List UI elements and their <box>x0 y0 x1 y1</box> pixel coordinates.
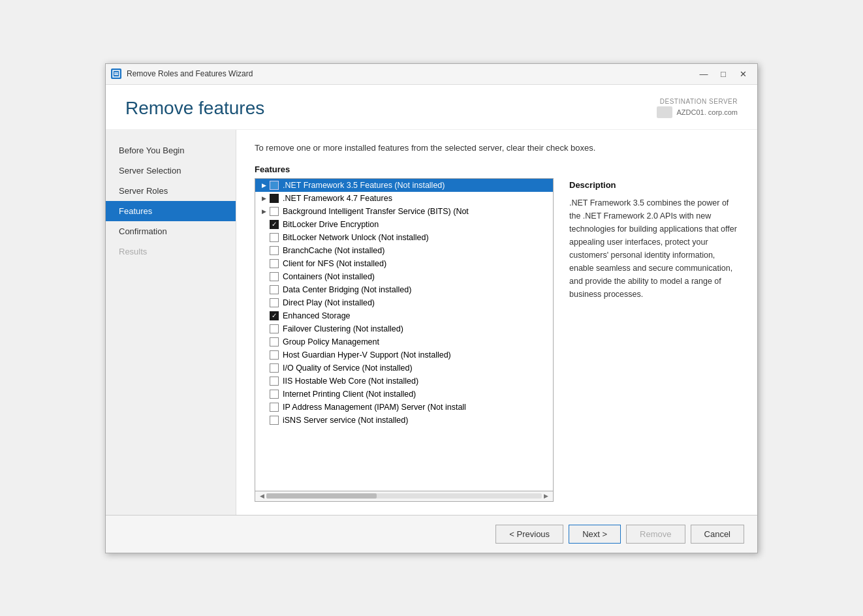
feature-bitlocker-unlock[interactable]: BitLocker Network Unlock (Not installed) <box>255 231 553 244</box>
feature-label: iSNS Server service (Not installed) <box>283 416 549 425</box>
feature-label: Direct Play (Not installed) <box>283 298 549 307</box>
sidebar-item-features[interactable]: Features <box>106 201 236 221</box>
sidebar-item-server-selection[interactable]: Server Selection <box>106 161 236 181</box>
feature-checkbox[interactable] <box>270 246 279 255</box>
description-panel: Description .NET Framework 3.5 combines … <box>569 164 739 502</box>
feature-bitlocker[interactable]: ✓ BitLocker Drive Encryption <box>255 218 553 231</box>
feature-ipam[interactable]: IP Address Management (IPAM) Server (Not… <box>255 401 553 414</box>
feature-label: I/O Quality of Service (Not installed) <box>283 363 549 373</box>
cancel-button[interactable]: Cancel <box>691 525 744 544</box>
scroll-track[interactable] <box>266 493 542 499</box>
server-name: AZDC01. corp.com <box>676 108 738 116</box>
wizard-sidebar: Before You Begin Server Selection Server… <box>106 130 236 515</box>
expander-icon: ▶ <box>259 181 268 190</box>
description-text: .NET Framework 3.5 combines the power of… <box>569 196 739 301</box>
expander-icon: ▶ <box>259 194 268 203</box>
feature-direct-play[interactable]: Direct Play (Not installed) <box>255 296 553 309</box>
feature-label: Containers (Not installed) <box>283 272 549 281</box>
expander-icon <box>259 403 268 412</box>
feature-host-guardian[interactable]: Host Guardian Hyper-V Support (Not insta… <box>255 348 553 362</box>
remove-button[interactable]: Remove <box>626 525 685 544</box>
expander-icon <box>259 337 268 346</box>
svg-rect-1 <box>114 72 118 74</box>
title-bar: Remove Roles and Features Wizard — □ ✕ <box>106 64 757 85</box>
expander-icon <box>259 246 268 255</box>
close-button[interactable]: ✕ <box>734 67 752 80</box>
feature-client-nfs[interactable]: Client for NFS (Not installed) <box>255 257 553 270</box>
expander-icon <box>259 390 268 399</box>
expander-icon <box>259 220 268 229</box>
feature-branchcache[interactable]: BranchCache (Not installed) <box>255 244 553 257</box>
sidebar-item-results: Results <box>106 241 236 262</box>
page-title: Remove features <box>125 98 264 119</box>
feature-label: Failover Clustering (Not installed) <box>283 324 549 333</box>
server-icon <box>657 106 672 118</box>
feature-checkbox[interactable] <box>270 233 279 242</box>
feature-checkbox[interactable] <box>270 181 279 190</box>
features-panel: Features ▶ .NET Framework 3.5 Features (… <box>255 164 554 502</box>
feature-net35[interactable]: ▶ .NET Framework 3.5 Features (Not insta… <box>255 179 553 192</box>
minimize-button[interactable]: — <box>695 67 713 80</box>
feature-label: BitLocker Drive Encryption <box>283 220 549 229</box>
feature-checkbox[interactable] <box>270 324 279 333</box>
scroll-thumb[interactable] <box>266 493 377 499</box>
feature-containers[interactable]: Containers (Not installed) <box>255 270 553 283</box>
feature-checkbox[interactable]: ✓ <box>270 220 279 229</box>
expander-icon <box>259 350 268 360</box>
feature-group-policy[interactable]: Group Policy Management <box>255 335 553 348</box>
feature-checkbox[interactable] <box>270 363 279 373</box>
scroll-left-arrow[interactable]: ◀ <box>258 493 266 499</box>
feature-label: IIS Hostable Web Core (Not installed) <box>283 377 549 386</box>
main-content: To remove one or more installed features… <box>236 130 757 515</box>
feature-checkbox[interactable] <box>270 259 279 268</box>
feature-checkbox[interactable] <box>270 194 279 203</box>
expander-icon <box>259 416 268 425</box>
feature-bits[interactable]: ▶ Background Intelligent Transfer Servic… <box>255 205 553 218</box>
horizontal-scrollbar[interactable]: ◀ ▶ <box>255 491 554 502</box>
sidebar-item-before-you-begin[interactable]: Before You Begin <box>106 140 236 161</box>
feature-isns[interactable]: iSNS Server service (Not installed) <box>255 414 553 427</box>
expander-icon <box>259 298 268 307</box>
scroll-right-arrow[interactable]: ▶ <box>542 493 550 499</box>
feature-checkbox[interactable] <box>270 285 279 294</box>
features-list[interactable]: ▶ .NET Framework 3.5 Features (Not insta… <box>255 178 554 491</box>
feature-checkbox[interactable] <box>270 350 279 360</box>
window-controls: — □ ✕ <box>695 67 752 80</box>
feature-checkbox[interactable] <box>270 390 279 399</box>
feature-label: Background Intelligent Transfer Service … <box>283 207 549 216</box>
feature-enhanced-storage[interactable]: ✓ Enhanced Storage <box>255 309 553 322</box>
sidebar-item-server-roles[interactable]: Server Roles <box>106 181 236 201</box>
features-layout: Features ▶ .NET Framework 3.5 Features (… <box>255 164 739 502</box>
expander-icon <box>259 311 268 320</box>
feature-failover-clustering[interactable]: Failover Clustering (Not installed) <box>255 322 553 335</box>
svg-rect-2 <box>114 74 118 76</box>
feature-iis-hostable[interactable]: IIS Hostable Web Core (Not installed) <box>255 375 553 388</box>
feature-label: BranchCache (Not installed) <box>283 246 549 255</box>
maximize-button[interactable]: □ <box>714 67 732 80</box>
window-title: Remove Roles and Features Wizard <box>127 69 695 78</box>
feature-checkbox[interactable] <box>270 377 279 386</box>
wizard-header: Remove features DESTINATION SERVER AZDC0… <box>106 85 757 130</box>
svg-rect-0 <box>113 70 119 77</box>
previous-button[interactable]: < Previous <box>495 525 563 544</box>
feature-label: Internet Printing Client (Not installed) <box>283 390 549 399</box>
next-button[interactable]: Next > <box>569 525 621 544</box>
app-icon <box>111 69 121 79</box>
feature-checkbox[interactable] <box>270 416 279 425</box>
feature-checkbox[interactable] <box>270 272 279 281</box>
feature-checkbox[interactable]: ✓ <box>270 311 279 320</box>
feature-checkbox[interactable] <box>270 207 279 216</box>
sidebar-item-confirmation[interactable]: Confirmation <box>106 221 236 241</box>
feature-checkbox[interactable] <box>270 403 279 412</box>
expander-icon <box>259 233 268 242</box>
feature-io-quality[interactable]: I/O Quality of Service (Not installed) <box>255 362 553 375</box>
feature-label: .NET Framework 4.7 Features <box>283 194 549 203</box>
feature-internet-printing[interactable]: Internet Printing Client (Not installed) <box>255 388 553 401</box>
feature-net47[interactable]: ▶ .NET Framework 4.7 Features <box>255 192 553 205</box>
feature-datacenter-bridging[interactable]: Data Center Bridging (Not installed) <box>255 283 553 296</box>
server-name-row: AZDC01. corp.com <box>657 106 738 118</box>
expander-icon <box>259 272 268 281</box>
feature-checkbox[interactable] <box>270 298 279 307</box>
expander-icon: ▶ <box>259 207 268 216</box>
feature-checkbox[interactable] <box>270 337 279 346</box>
